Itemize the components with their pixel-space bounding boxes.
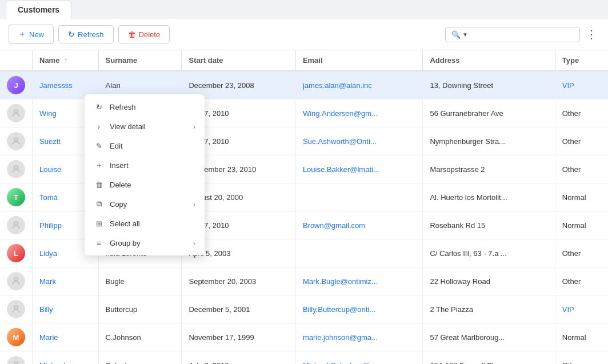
email-cell: james.alan@alan.inc <box>295 71 423 99</box>
ctx-delete-label: Delete <box>110 181 131 189</box>
th-type[interactable]: Type <box>555 50 608 71</box>
email-link[interactable]: Brown@gmail.com <box>303 221 394 230</box>
address-cell: Rosebank Rd 15 <box>423 211 555 239</box>
svg-point-5 <box>14 306 18 309</box>
address-cell: Marsopstrasse 2 <box>423 155 555 183</box>
type-cell: Other <box>555 99 608 127</box>
svg-point-3 <box>14 222 18 225</box>
ctx-insert[interactable]: ＋ Insert <box>85 155 205 175</box>
name-link[interactable]: Sueztt <box>39 137 61 146</box>
table-row[interactable]: BillyButtercupDecember 5, 2001Billy.Butt… <box>0 295 608 323</box>
ctx-view-arrow: › <box>193 122 195 131</box>
search-input[interactable] <box>471 30 574 39</box>
more-button[interactable]: ⋮ <box>583 27 599 41</box>
th-email[interactable]: Email <box>295 50 423 71</box>
surname-cell: Buttercup <box>98 295 182 323</box>
avatar-cell <box>0 155 33 183</box>
ctx-delete[interactable]: 🗑 Delete <box>85 175 205 194</box>
avatar-cell <box>0 99 33 127</box>
avatar-cell: T <box>0 183 33 211</box>
ctx-copy[interactable]: ⧉ Copy › <box>85 194 205 214</box>
email-cell <box>295 183 423 211</box>
ctx-edit-label: Edit <box>110 142 122 150</box>
ctx-select-all[interactable]: ⊞ Select all <box>85 214 205 233</box>
email-cell: Billy.Buttercup@onti... <box>295 295 423 323</box>
name-link[interactable]: Billy <box>39 305 53 314</box>
th-name[interactable]: Name ↑ <box>33 50 99 71</box>
address-cell: 2 The Piazza <box>423 295 555 323</box>
chevron-down-icon: ▼ <box>462 31 468 38</box>
th-surname[interactable]: Surname <box>98 50 182 71</box>
table-row[interactable]: MMarieC.JohnsonNovember 17, 1999marie.jo… <box>0 323 608 351</box>
avatar: L <box>7 244 25 262</box>
email-link[interactable]: james.alan@alan.inc <box>303 81 394 90</box>
avatar-cell <box>0 127 33 155</box>
ctx-copy-icon: ⧉ <box>94 199 104 209</box>
avatar-placeholder <box>7 272 25 290</box>
email-cell <box>295 239 423 267</box>
type-cell: VIP <box>555 295 608 323</box>
name-cell: Michael <box>33 351 99 365</box>
ctx-insert-label: Insert <box>110 161 129 170</box>
new-label: New <box>29 30 44 39</box>
name-link[interactable]: Tomá <box>39 193 58 202</box>
name-link[interactable]: Wing <box>39 109 57 118</box>
search-icon: 🔍 <box>451 30 461 39</box>
email-cell: Mark.Bugle@ontimiz... <box>295 267 423 295</box>
name-link[interactable]: Philipp <box>39 221 62 230</box>
svg-point-0 <box>14 110 18 113</box>
table-row[interactable]: MarkBugleSeptember 20, 2003Mark.Bugle@on… <box>0 267 608 295</box>
svg-point-2 <box>14 166 18 169</box>
toolbar-right: 🔍 ▼ ⋮ <box>445 27 599 42</box>
ctx-group-by[interactable]: ≡ Group by › <box>85 233 205 253</box>
email-cell: Brown@gmail.com <box>295 211 423 239</box>
ctx-edit[interactable]: ✎ Edit <box>85 136 205 155</box>
refresh-button[interactable]: ↻ Refresh <box>58 25 114 43</box>
ctx-copy-arrow: › <box>193 200 195 209</box>
email-link[interactable]: Wing.Andersen@gm... <box>303 109 394 118</box>
startdate-cell: November 17, 1999 <box>182 323 295 351</box>
avatar-placeholder <box>7 216 25 234</box>
name-cell: Billy <box>33 295 99 323</box>
avatar-cell <box>0 295 33 323</box>
ctx-insert-icon: ＋ <box>94 160 104 170</box>
address-cell: 57 Great Marlboroug... <box>423 323 555 351</box>
email-link[interactable]: Michael.Calaghan@... <box>303 361 394 365</box>
avatar-placeholder <box>7 104 25 122</box>
name-link[interactable]: Lidya <box>39 249 57 258</box>
address-cell: C/ Carlos III, 63 - 7.a ... <box>423 239 555 267</box>
startdate-cell: December 5, 2001 <box>182 295 295 323</box>
th-address[interactable]: Address <box>423 50 555 71</box>
name-link[interactable]: Mark <box>39 277 56 286</box>
avatar-cell <box>0 351 33 365</box>
ctx-copy-label: Copy <box>110 200 127 209</box>
email-link[interactable]: Billy.Buttercup@onti... <box>303 305 394 314</box>
surname-cell: Calaghan <box>98 351 182 365</box>
ctx-view-detail[interactable]: › View detail › <box>85 117 205 136</box>
name-link[interactable]: Marie <box>39 333 58 342</box>
avatar: T <box>7 188 25 206</box>
email-link[interactable]: Louise.Bakker@lmati... <box>303 165 394 174</box>
email-cell: Sue.Ashworth@Onti... <box>295 127 423 155</box>
delete-label: Delete <box>139 30 161 39</box>
type-cell: VIP <box>555 71 608 99</box>
th-startdate[interactable]: Start date <box>182 50 295 71</box>
email-link[interactable]: Sue.Ashworth@Onti... <box>303 137 394 146</box>
plus-icon: ＋ <box>18 29 26 39</box>
search-dropdown[interactable]: 🔍 ▼ <box>451 30 468 39</box>
ctx-refresh-icon: ↻ <box>94 102 104 112</box>
ctx-select-icon: ⊞ <box>94 218 104 229</box>
name-link[interactable]: Jamessss <box>39 81 73 90</box>
delete-button[interactable]: 🗑 Delete <box>118 25 170 43</box>
email-link[interactable]: Mark.Bugle@ontimiz... <box>303 277 394 286</box>
customers-tab[interactable]: Customers <box>6 0 71 19</box>
type-cell: Other <box>555 239 608 267</box>
table-row[interactable]: MichaelCalaghanJuly 7, 2010Michael.Calag… <box>0 351 608 365</box>
ctx-group-arrow: › <box>193 239 195 247</box>
ctx-refresh[interactable]: ↻ Refresh <box>85 97 205 117</box>
name-link[interactable]: Louise <box>39 165 61 174</box>
name-link[interactable]: Michael <box>39 361 65 365</box>
email-link[interactable]: marie.johnson@gma... <box>303 333 394 342</box>
address-cell: 154-168 Boswall Pkwy... <box>423 351 555 365</box>
new-button[interactable]: ＋ New <box>9 25 54 44</box>
